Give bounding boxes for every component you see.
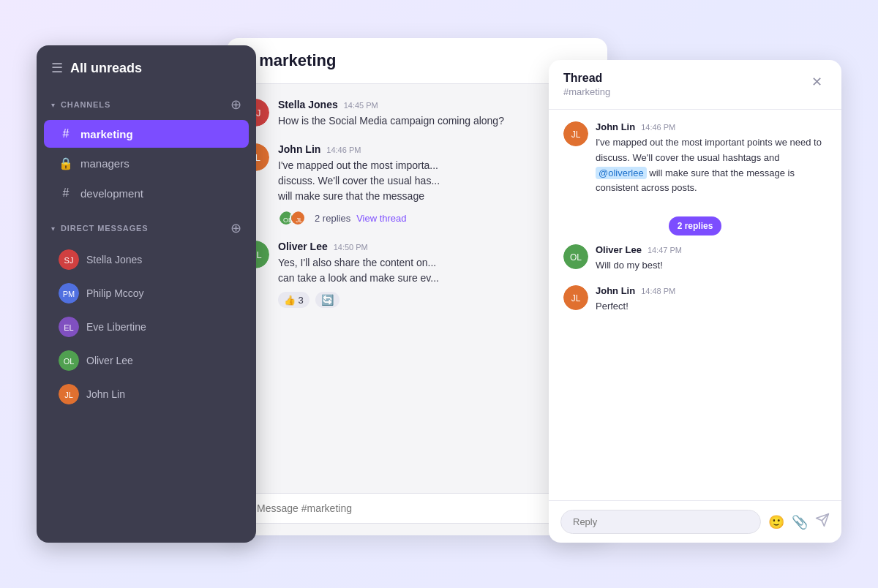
- attachment-icon[interactable]: 📎: [792, 514, 808, 530]
- thread-messages-area: JL John Lin 14:46 PM I've mapped out the…: [549, 110, 841, 500]
- svg-text:JL: JL: [296, 216, 303, 224]
- msg-text-john-3: will make sure that the message: [278, 189, 556, 204]
- channel-name-managers: managers: [80, 157, 130, 170]
- dm-item-eve[interactable]: EL Eve Libertine: [44, 311, 249, 343]
- reply-avatar-2: JL: [290, 210, 306, 226]
- thread-title: Thread: [563, 72, 610, 85]
- thread-reply-oliver: OL Oliver Lee 14:47 PM Will do my best!: [563, 244, 827, 274]
- dm-item-philip[interactable]: PM Philip Mccoy: [44, 277, 249, 309]
- msg-content-stella: Stella Jones 14:45 PM How is the Social …: [278, 99, 593, 129]
- dm-name-stella: Stella Jones: [86, 254, 142, 265]
- thread-reply-time-john: 14:48 PM: [641, 287, 675, 295]
- channels-chevron-icon: ▾: [51, 101, 55, 109]
- thread-original-message: JL John Lin 14:46 PM I've mapped out the…: [563, 121, 827, 196]
- msg-text-stella: How is the Social Media campaign coming …: [278, 113, 593, 129]
- channel-title-text: marketing: [259, 51, 336, 70]
- add-reaction-button[interactable]: 🔄: [315, 292, 339, 308]
- message-item-oliver: OL Oliver Lee 14:50 PM Yes, I'll also sh…: [241, 241, 593, 308]
- dm-section-header[interactable]: ▾ DIRECT MESSAGES ⊕: [37, 214, 256, 242]
- thread-msg-time: 14:46 PM: [641, 123, 675, 132]
- dm-name-john: John Lin: [86, 388, 125, 400]
- msg-content-oliver: Oliver Lee 14:50 PM Yes, I'll also share…: [278, 241, 593, 308]
- lock-icon: 🔒: [59, 157, 73, 170]
- thread-reply-avatar-oliver: OL: [563, 244, 588, 269]
- thread-reply-content-john: John Lin 14:48 PM Perfect!: [596, 285, 827, 314]
- dm-item-oliver[interactable]: OL Oliver Lee: [44, 344, 249, 377]
- thread-msg-avatar-john: JL: [563, 121, 588, 146]
- channel-item-managers[interactable]: 🔒 managers: [44, 149, 249, 178]
- thread-reply-john: JL John Lin 14:48 PM Perfect!: [563, 285, 827, 314]
- dm-name-oliver: Oliver Lee: [86, 355, 133, 366]
- thread-msg-text: I've mapped out the most important point…: [596, 135, 827, 196]
- view-thread-link[interactable]: View thread: [356, 213, 406, 224]
- sidebar: ☰ All unreads ▾ CHANNELS ⊕ # marketing 🔒…: [37, 45, 256, 543]
- replies-divider-container: 2 replies: [563, 208, 827, 244]
- channel-name-marketing: marketing: [80, 128, 133, 140]
- channel-item-marketing[interactable]: # marketing: [44, 120, 249, 148]
- channels-section-header[interactable]: ▾ CHANNELS ⊕: [37, 91, 256, 118]
- msg-time-oliver: 14:50 PM: [334, 243, 368, 252]
- dm-section: ▾ DIRECT MESSAGES ⊕ SJ Stella Jones PM P…: [37, 214, 256, 410]
- thread-reply-input[interactable]: [560, 510, 761, 534]
- thread-msg-content-john: John Lin 14:46 PM I've mapped out the mo…: [596, 121, 827, 196]
- thread-reply-text-john: Perfect!: [596, 299, 827, 314]
- thread-reply-author-oliver: Oliver Lee: [596, 244, 642, 255]
- dm-item-stella[interactable]: SJ Stella Jones: [44, 244, 249, 276]
- avatar-john: JL: [59, 384, 79, 404]
- add-channel-button[interactable]: ⊕: [230, 98, 241, 111]
- thread-reply-avatar-john2: JL: [563, 285, 588, 310]
- dm-label: DIRECT MESSAGES: [61, 224, 149, 233]
- thread-channel-name: #marketing: [563, 86, 610, 97]
- thread-reply-author-john: John Lin: [596, 285, 635, 296]
- channels-label: CHANNELS: [61, 100, 110, 109]
- svg-text:JL: JL: [571, 129, 581, 140]
- svg-text:OL: OL: [570, 252, 582, 263]
- msg-author-john: John Lin: [278, 143, 320, 155]
- avatar-philip: PM: [59, 283, 79, 304]
- msg-time-stella: 14:45 PM: [344, 101, 378, 110]
- msg-author-stella: Stella Jones: [278, 99, 338, 110]
- svg-text:EL: EL: [64, 323, 73, 332]
- thread-panel: Thread #marketing ✕ JL John Lin 14:46 PM: [549, 60, 841, 543]
- thread-msg-author: John Lin: [596, 121, 635, 132]
- reply-avatars: OL JL: [278, 210, 301, 226]
- dm-chevron-icon: ▾: [51, 225, 55, 233]
- dm-name-eve: Eve Libertine: [86, 321, 146, 333]
- thread-reply-input-area: 🙂 📎: [549, 500, 841, 543]
- channel-name-development: development: [80, 187, 143, 200]
- thread-reply-time-oliver: 14:47 PM: [648, 246, 682, 255]
- msg-time-john: 14:46 PM: [326, 146, 361, 154]
- hash-icon: #: [59, 127, 73, 140]
- emoji-icon[interactable]: 🙂: [768, 514, 784, 530]
- message-item: SJ Stella Jones 14:45 PM How is the Soci…: [241, 99, 593, 129]
- sidebar-header: ☰ All unreads: [37, 60, 256, 91]
- dm-item-john[interactable]: JL John Lin: [44, 378, 249, 410]
- thread-info: OL JL 2 replies View thread: [278, 210, 593, 226]
- dm-name-philip: Philip Mccoy: [86, 287, 144, 299]
- avatar-eve: EL: [59, 317, 79, 337]
- thread-reply-content-oliver: Oliver Lee 14:47 PM Will do my best!: [596, 244, 827, 274]
- send-reply-button[interactable]: [815, 513, 830, 531]
- msg-text-oliver-2: can take a look and make sure ev...: [278, 271, 556, 286]
- avatar-stella: SJ: [59, 249, 79, 270]
- thread-header: Thread #marketing ✕: [549, 60, 841, 110]
- message-input[interactable]: [241, 493, 593, 524]
- thumbsup-reaction[interactable]: 👍 3: [278, 292, 309, 308]
- hamburger-icon[interactable]: ☰: [51, 60, 63, 76]
- svg-text:PM: PM: [63, 290, 75, 298]
- msg-text-john: I've mapped out the most importa...: [278, 158, 556, 173]
- replies-count: 2 replies: [315, 213, 350, 224]
- thread-close-button[interactable]: ✕: [806, 72, 827, 92]
- sidebar-title: All unreads: [70, 61, 142, 76]
- msg-author-oliver: Oliver Lee: [278, 241, 328, 252]
- msg-text-oliver: Yes, I'll also share the content on...: [278, 255, 556, 271]
- hash-icon-dev: #: [59, 186, 73, 200]
- add-dm-button[interactable]: ⊕: [230, 222, 241, 235]
- replies-divider: 2 replies: [669, 216, 722, 235]
- reactions: 👍 3 🔄: [278, 292, 593, 308]
- msg-content-john: John Lin 14:46 PM I've mapped out the mo…: [278, 143, 593, 226]
- chat-channel-title: # marketing: [244, 51, 590, 70]
- channel-item-development[interactable]: # development: [44, 179, 249, 207]
- message-item-john: JL John Lin 14:46 PM I've mapped out the…: [241, 143, 593, 226]
- thread-reply-text-oliver: Will do my best!: [596, 258, 827, 274]
